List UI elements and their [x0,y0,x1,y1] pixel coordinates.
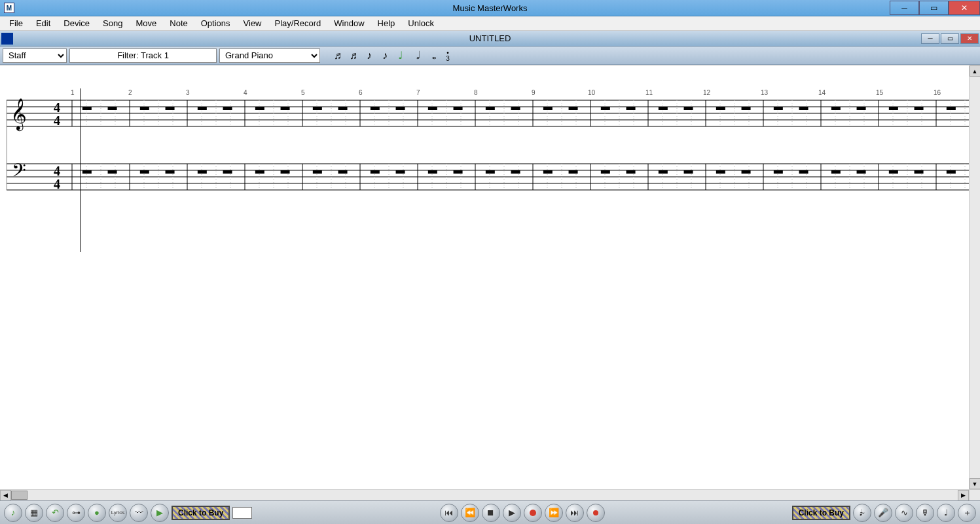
menu-help[interactable]: Help [371,17,402,29]
link-tool-button[interactable]: ⊶ [67,504,85,522]
color-swatch[interactable] [232,507,252,519]
close-button[interactable]: ✕ [949,1,980,15]
menu-file[interactable]: File [3,17,29,29]
eighth-note-2-icon[interactable]: ♪ [378,48,392,63]
svg-rect-206 [915,170,924,174]
svg-text:1: 1 [71,89,75,96]
svg-text:15: 15 [876,89,884,96]
dot-tool-button[interactable]: ● [88,504,106,522]
hscroll-thumb[interactable] [11,491,27,500]
menu-note[interactable]: Note [163,17,194,29]
wave-tool-button[interactable]: 〰 [130,504,148,522]
scroll-left-icon[interactable]: ◀ [0,490,11,501]
scroll-right-icon[interactable]: ▶ [958,490,969,501]
menu-play-record[interactable]: Play/Record [268,17,328,29]
mic-tool-button[interactable]: 🎤 [874,504,892,522]
track-filter-label: Filter: Track 1 [117,50,169,60]
main-toolbar: Staff Filter: Track 1 Grand Piano ♬ ♬ ♪ … [0,47,980,65]
skip-start-button[interactable]: ⏮ [440,504,458,522]
svg-text:4: 4 [244,89,247,96]
record-button[interactable] [524,504,542,522]
bass-staff [7,164,969,190]
svg-rect-120 [486,170,495,174]
vertical-scrollbar[interactable]: ▲ ▼ [969,66,980,489]
tempo-tool-button[interactable]: 𝅘𝅥~ [853,504,871,522]
svg-rect-72 [255,170,264,174]
svg-rect-98 [396,170,405,174]
window-title: Music MasterWorks [453,3,528,13]
horizontal-scrollbar[interactable]: ◀ ▶ [0,489,969,500]
rewind-button[interactable]: ⏪ [461,504,479,522]
svg-rect-83 [313,107,322,110]
svg-rect-169 [742,107,751,110]
buy-button-left[interactable]: Click to Buy [172,506,230,520]
buy-label-left: Click to Buy [178,508,223,517]
svg-rect-181 [799,107,808,110]
menu-bar: File Edit Device Song Move Note Options … [0,16,980,31]
svg-rect-143 [601,107,610,110]
svg-rect-155 [659,107,668,110]
doc-minimize-button[interactable]: ─ [921,33,939,44]
note-tool-button[interactable]: ♪ [4,504,22,522]
measure-numbers: 1 2 3 4 5 6 7 8 9 10 11 12 13 14 15 16 [71,89,941,96]
svg-rect-133 [569,107,578,110]
svg-rect-61 [223,107,232,110]
half-note-icon[interactable]: 𝅗𝅥 [409,48,424,63]
svg-rect-85 [338,107,348,110]
metronome-tool-button[interactable]: ♩ [937,504,955,522]
triplet-icon[interactable]: •3 [441,48,455,63]
menu-options[interactable]: Options [194,17,237,29]
svg-rect-191 [831,107,841,110]
thirtysecond-note-icon[interactable]: ♬ [331,48,345,63]
svg-text:14: 14 [818,89,826,96]
svg-rect-48 [140,170,149,174]
view-select[interactable]: Staff [3,48,67,63]
svg-rect-122 [511,170,520,174]
buy-button-right[interactable]: Click to Buy [792,506,850,520]
svg-rect-119 [486,107,495,110]
menu-device[interactable]: Device [57,17,96,29]
svg-rect-156 [659,170,668,174]
scroll-up-icon[interactable]: ▲ [970,66,981,77]
menu-window[interactable]: Window [327,17,371,29]
skip-end-button[interactable]: ⏭ [566,504,584,522]
menu-move[interactable]: Move [129,17,163,29]
fast-forward-button[interactable]: ⏩ [545,504,563,522]
svg-rect-180 [774,170,783,174]
add-tool-button[interactable]: ＋ [958,504,976,522]
menu-unlock[interactable]: Unlock [401,17,441,29]
svg-rect-146 [626,170,636,174]
quarter-note-icon[interactable]: ♩ [393,48,408,63]
play-green-button[interactable]: ▶ [151,504,169,522]
document-icon [1,33,13,45]
menu-song[interactable]: Song [96,17,129,29]
tune-tool-button[interactable]: ∿ [895,504,913,522]
record-loop-button[interactable] [587,504,605,522]
grid-tool-button[interactable]: ▦ [25,504,43,522]
instrument-select[interactable]: Grand Piano [219,48,320,63]
svg-rect-158 [684,170,693,174]
svg-rect-167 [716,107,725,110]
svg-text:3: 3 [186,89,190,96]
scroll-down-icon[interactable]: ▼ [970,478,981,489]
svg-rect-84 [313,170,322,174]
mic2-tool-button[interactable]: 🎙 [916,504,934,522]
undo-button[interactable]: ↶ [46,504,64,522]
menu-view[interactable]: View [237,17,268,29]
lyrics-tool-button[interactable]: Lyrics [109,504,127,522]
doc-maximize-button[interactable]: ▭ [941,33,959,44]
sixteenth-note-icon[interactable]: ♬ [346,48,361,63]
svg-rect-74 [281,170,290,174]
svg-rect-134 [569,170,578,174]
play-button[interactable]: ▶ [503,504,521,522]
minimize-button[interactable]: ─ [890,1,919,15]
eighth-note-icon[interactable]: ♪ [362,48,376,63]
maximize-button[interactable]: ▭ [919,1,949,15]
svg-rect-145 [626,107,636,110]
score-canvas[interactable]: 1 2 3 4 5 6 7 8 9 10 11 12 13 14 15 16 [0,66,969,489]
menu-edit[interactable]: Edit [29,17,57,29]
whole-note-icon[interactable]: 𝅝 [425,48,439,63]
track-filter[interactable]: Filter: Track 1 [69,48,217,63]
doc-close-button[interactable]: ✕ [960,33,979,44]
stop-button[interactable]: ⏹ [482,504,500,522]
